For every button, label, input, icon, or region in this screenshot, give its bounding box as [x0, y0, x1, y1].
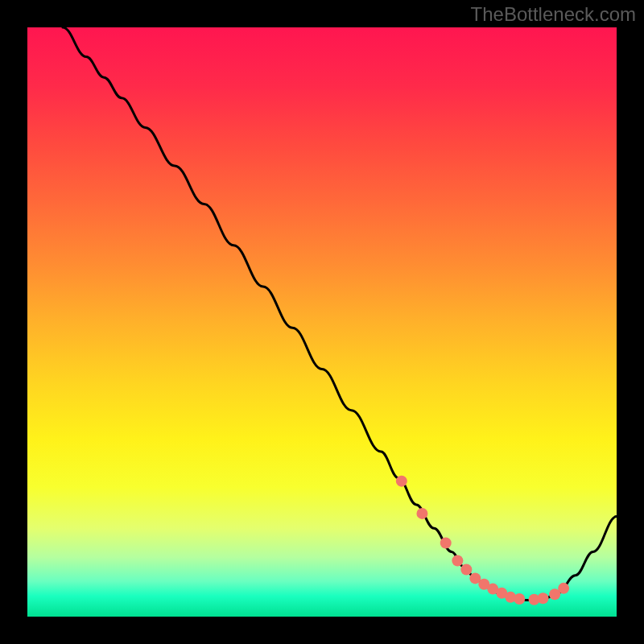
- highlight-dot: [440, 538, 452, 549]
- chart-plot-area: [27, 27, 617, 617]
- highlight-dot: [416, 508, 427, 519]
- highlight-dot: [538, 592, 549, 604]
- gradient-background: [27, 27, 617, 617]
- highlight-dot: [558, 583, 569, 594]
- chart-svg: [27, 27, 617, 617]
- highlight-dot: [452, 555, 463, 566]
- highlight-dot: [514, 593, 525, 605]
- highlight-dot: [460, 564, 472, 575]
- watermark-text: TheBottleneck.com: [471, 3, 636, 26]
- highlight-dot: [396, 476, 407, 487]
